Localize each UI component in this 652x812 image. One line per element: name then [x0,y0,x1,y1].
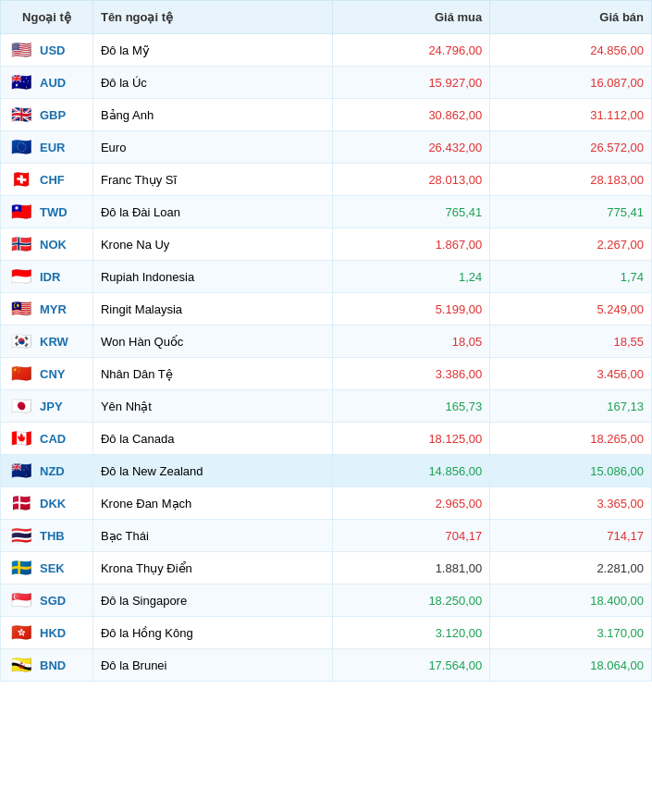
flag-icon: 🇹🇭 [8,526,34,545]
currency-code-cell: 🇳🇴 NOK [1,228,93,261]
currency-name-cell: Đô la Canada [92,423,333,455]
sell-price-cell: 16.087,00 [490,67,652,99]
currency-code-cell: 🇪🇺 EUR [1,131,93,164]
sell-price-cell: 3.170,00 [490,617,652,649]
currency-name-cell: Krona Thụy Điển [92,552,333,584]
currency-code-cell: 🇰🇷 KRW [1,326,93,358]
sell-price-cell: 3.365,00 [490,487,652,520]
currency-name-cell: Đô la Brunei [92,649,333,682]
currency-name-cell: Krone Đan Mạch [92,487,333,520]
flag-icon: 🇩🇰 [8,494,34,512]
sell-price-cell: 31.112,00 [490,99,652,131]
buy-price-cell: 18.250,00 [333,584,490,617]
buy-price-cell: 24.796,00 [333,34,490,67]
buy-price-cell: 14.856,00 [333,455,490,487]
currency-code: MYR [40,302,67,316]
table-row: 🇦🇺 AUD Đô la Úc 15.927,00 16.087,00 [1,67,652,99]
sell-price-cell: 2.281,00 [490,552,652,584]
table-row: 🇰🇷 KRW Won Hàn Quốc 18,05 18,55 [1,326,652,358]
buy-price-cell: 3.120,00 [333,617,490,649]
buy-price-cell: 18,05 [333,326,490,358]
flag-icon: 🇭🇰 [8,623,34,642]
flag-icon: 🇳🇴 [8,235,34,253]
flag-icon: 🇨🇭 [8,170,34,189]
currency-code-cell: 🇸🇪 SEK [1,552,93,584]
buy-price-cell: 26.432,00 [333,131,490,164]
flag-icon: 🇲🇾 [8,300,34,318]
buy-price-cell: 15.927,00 [333,67,490,99]
sell-price-cell: 18,55 [490,326,652,358]
currency-code-cell: 🇦🇺 AUD [1,67,93,99]
table-row: 🇹🇼 TWD Đô la Đài Loan 765,41 775,41 [1,196,652,228]
buy-price-cell: 18.125,00 [333,423,490,455]
currency-code: CNY [40,367,65,381]
table-row: 🇳🇴 NOK Krone Na Uy 1.867,00 2.267,00 [1,228,652,261]
table-row: 🇲🇾 MYR Ringit Malaysia 5.199,00 5.249,00 [1,293,652,326]
currency-code-cell: 🇲🇾 MYR [1,293,93,326]
currency-code: JPY [40,400,63,413]
currency-code: EUR [40,141,65,154]
header-currency-name: Tên ngoại tệ [92,1,333,34]
currency-code-cell: 🇩🇰 DKK [1,487,93,520]
flag-icon: 🇳🇿 [8,461,34,480]
currency-code: NOK [40,238,67,252]
currency-code-cell: 🇭🇰 HKD [1,617,93,649]
flag-icon: 🇮🇩 [8,267,34,286]
currency-code: GBP [40,108,66,122]
currency-code-cell: 🇸🇬 SGD [1,584,93,617]
currency-code-cell: 🇨🇦 CAD [1,423,93,455]
currency-name-cell: Krone Na Uy [92,228,333,261]
buy-price-cell: 1,24 [333,261,490,293]
buy-price-cell: 5.199,00 [333,293,490,326]
sell-price-cell: 18.400,00 [490,584,652,617]
flag-icon: 🇰🇷 [8,332,34,351]
currency-name-cell: Đô la Úc [92,67,333,99]
table-row: 🇨🇦 CAD Đô la Canada 18.125,00 18.265,00 [1,423,652,455]
currency-code-cell: 🇨🇭 CHF [1,164,93,196]
currency-code: USD [40,43,65,57]
buy-price-cell: 765,41 [333,196,490,228]
table-row: 🇸🇪 SEK Krona Thụy Điển 1.881,00 2.281,00 [1,552,652,584]
table-row: 🇯🇵 JPY Yên Nhật 165,73 167,13 [1,390,652,423]
sell-price-cell: 775,41 [490,196,652,228]
flag-icon: 🇸🇪 [8,559,34,577]
currency-code: BND [40,658,66,672]
currency-code-cell: 🇮🇩 IDR [1,261,93,293]
currency-code: AUD [40,76,66,90]
currency-name-cell: Ringit Malaysia [92,293,333,326]
header-sell-price: Giá bán [490,1,652,34]
table-row: 🇩🇰 DKK Krone Đan Mạch 2.965,00 3.365,00 [1,487,652,520]
sell-price-cell: 18.265,00 [490,423,652,455]
header-buy-price: Giá mua [333,1,490,34]
currency-name-cell: Đô la Mỹ [92,34,333,67]
currency-name-cell: Won Hàn Quốc [92,326,333,358]
sell-price-cell: 28.183,00 [490,164,652,196]
flag-icon: 🇸🇬 [8,591,34,609]
buy-price-cell: 30.862,00 [333,99,490,131]
currency-code: CAD [40,432,66,446]
sell-price-cell: 714,17 [490,520,652,552]
currency-name-cell: Bạc Thái [92,520,333,552]
sell-price-cell: 24.856,00 [490,34,652,67]
currency-code: DKK [40,497,66,511]
header-currency-code: Ngoại tệ [1,1,93,34]
currency-code-cell: 🇨🇳 CNY [1,358,93,390]
buy-price-cell: 3.386,00 [333,358,490,390]
currency-name-cell: Rupiah Indonesia [92,261,333,293]
currency-name-cell: Đô la Đài Loan [92,196,333,228]
currency-code: CHF [40,173,65,187]
currency-name-cell: Bảng Anh [92,99,333,131]
flag-icon: 🇯🇵 [8,397,34,415]
currency-name-cell: Franc Thụy Sĩ [92,164,333,196]
flag-icon: 🇹🇼 [8,203,34,221]
table-row: 🇺🇸 USD Đô la Mỹ 24.796,00 24.856,00 [1,34,652,67]
flag-icon: 🇺🇸 [8,41,34,59]
table-row: 🇨🇭 CHF Franc Thụy Sĩ 28.013,00 28.183,00 [1,164,652,196]
currency-code-cell: 🇳🇿 NZD [1,455,93,487]
table-row: 🇨🇳 CNY Nhân Dân Tệ 3.386,00 3.456,00 [1,358,652,390]
buy-price-cell: 165,73 [333,390,490,423]
sell-price-cell: 167,13 [490,390,652,423]
currency-name-cell: Đô la New Zealand [92,455,333,487]
currency-code-cell: 🇹🇭 THB [1,520,93,552]
currency-name-cell: Đô la Singapore [92,584,333,617]
